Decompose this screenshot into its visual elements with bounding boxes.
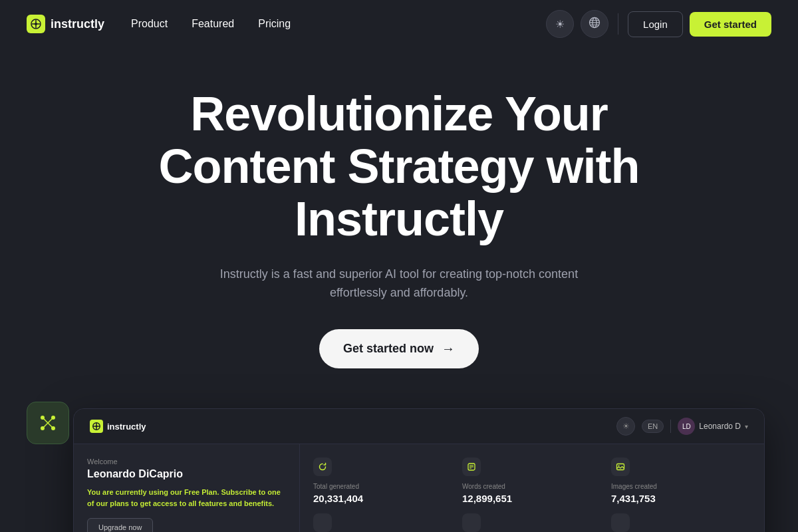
dashboard-theme-icon: ☀: [616, 417, 635, 436]
dashboard-left-panel: Welcome Leonardo DiCaprio You are curren…: [74, 444, 300, 532]
dashboard-content: Welcome Leonardo DiCaprio You are curren…: [74, 444, 764, 532]
stat-label-words: Words created: [462, 483, 602, 490]
svg-point-24: [618, 466, 620, 467]
hero-section: Revolutionize Your Content Strategy with…: [0, 48, 798, 395]
login-button[interactable]: Login: [628, 11, 683, 37]
hero-title: Revolutionize Your Content Strategy with…: [140, 88, 658, 246]
get-started-nav-button[interactable]: Get started: [690, 12, 771, 37]
plan-desc-before: You are currently using our: [87, 488, 184, 496]
theme-toggle-button[interactable]: ☀: [546, 10, 574, 38]
welcome-label: Welcome: [87, 458, 286, 466]
svg-point-3: [35, 23, 37, 25]
dashboard-preview-area: instructly ☀ EN LD Leonardo D ▾ Welcome …: [33, 408, 765, 532]
dashboard-nav-divider: [670, 420, 671, 433]
language-toggle-button[interactable]: [581, 10, 608, 38]
nav-left: instructly Product Featured Pricing: [27, 15, 291, 33]
navbar: instructly Product Featured Pricing ☀ L: [0, 0, 798, 48]
welcome-description: You are currently using our Free Plan. S…: [87, 487, 286, 509]
dashboard-window: instructly ☀ EN LD Leonardo D ▾ Welcome …: [73, 408, 765, 532]
stat-icon-images: [611, 458, 630, 476]
stat-hours-saved: Hours saved 1,582: [313, 513, 453, 532]
hero-subtitle: Instructly is a fast and superior AI too…: [213, 265, 585, 303]
stat-icon-images-left: [611, 513, 630, 532]
stat-value-total: 20,331,404: [313, 493, 453, 504]
nav-right: ☀ Login Get started: [546, 10, 771, 38]
sun-icon: ☀: [555, 18, 565, 31]
stat-images-created: Images created 7,431,753: [611, 458, 751, 504]
stat-label-total: Total generated: [313, 483, 453, 490]
chevron-down-icon: ▾: [745, 423, 748, 430]
stat-total-generated: Total generated 20,331,404: [313, 458, 453, 504]
arrow-icon: →: [442, 341, 455, 356]
stat-icon-total: [313, 458, 332, 476]
nav-link-featured[interactable]: Featured: [192, 18, 234, 30]
plan-type: Free Plan: [184, 488, 217, 496]
hero-cta-button[interactable]: Get started now →: [319, 329, 479, 368]
dashboard-logo: instructly: [90, 420, 146, 433]
welcome-name: Leonardo DiCaprio: [87, 468, 286, 480]
stat-value-images: 7,431,753: [611, 493, 751, 504]
stat-icon-hours: [313, 513, 332, 532]
dashboard-nav-right: ☀ EN LD Leonardo D ▾: [616, 417, 748, 436]
stat-icon-words: [462, 458, 481, 476]
stat-images-left: Images left 12,568,247: [611, 513, 751, 532]
nav-divider: [618, 13, 618, 35]
hero-cta-label: Get started now: [343, 342, 434, 356]
stat-label-images: Images created: [611, 483, 751, 490]
stat-value-words: 12,899,651: [462, 493, 602, 504]
nav-link-product[interactable]: Product: [131, 18, 168, 30]
logo-text: instructly: [51, 17, 104, 31]
stat-words-created: Words created 12,899,651: [462, 458, 602, 504]
logo-icon: [27, 15, 45, 33]
dashboard-user-name: Leonardo D: [699, 422, 741, 431]
nav-links: Product Featured Pricing: [131, 18, 291, 30]
dashboard-logo-text: instructly: [107, 422, 146, 432]
svg-rect-23: [617, 464, 624, 470]
svg-point-18: [96, 426, 98, 428]
stat-icon-words-left: [462, 513, 481, 532]
nav-link-pricing[interactable]: Pricing: [258, 18, 291, 30]
upgrade-button[interactable]: Upgrade now: [87, 518, 153, 532]
stat-words-left: Words left 7,100,349: [462, 513, 602, 532]
logo[interactable]: instructly: [27, 15, 104, 33]
dashboard-stats-panel: Total generated 20,331,404 Words created…: [300, 444, 764, 532]
globe-icon: [589, 17, 600, 31]
dashboard-avatar: LD: [678, 418, 695, 435]
dashboard-user: LD Leonardo D ▾: [678, 418, 748, 435]
dashboard-navbar: instructly ☀ EN LD Leonardo D ▾: [74, 409, 764, 444]
dashboard-language: EN: [642, 420, 664, 433]
floating-icon: [27, 402, 69, 444]
dashboard-logo-icon: [90, 420, 103, 433]
